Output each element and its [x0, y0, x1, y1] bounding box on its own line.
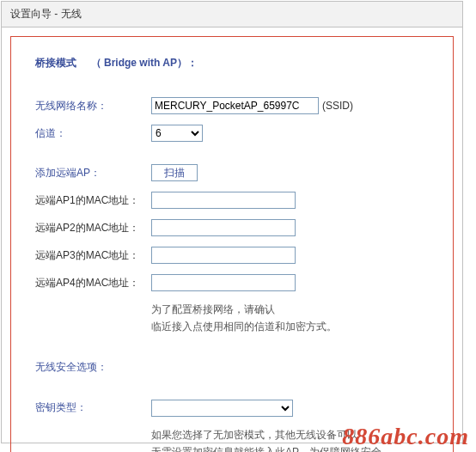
mac4-label: 远端AP4的MAC地址： — [35, 276, 151, 290]
mac3-row: 远端AP3的MAC地址： — [35, 246, 434, 265]
security-hint: 如果您选择了无加密模式，其他无线设备可以 无需设置加密信息就能接入此AP。为保障… — [151, 426, 434, 452]
ssid-suffix: (SSID) — [322, 100, 353, 112]
add-ap-row: 添加远端AP： 扫描 — [35, 163, 434, 182]
window-title: 设置向导 - 无线 — [2, 2, 462, 27]
content-panel: 桥接模式 （ Bridge with AP）： 无线网络名称： (SSID) 信… — [10, 36, 454, 452]
channel-select[interactable]: 6 — [151, 125, 203, 142]
mac4-row: 远端AP4的MAC地址： — [35, 273, 434, 292]
mac2-input[interactable] — [151, 219, 296, 236]
mac3-label: 远端AP3的MAC地址： — [35, 248, 151, 263]
mac3-input[interactable] — [151, 247, 296, 264]
mac1-label: 远端AP1的MAC地址： — [35, 193, 151, 208]
ssid-label: 无线网络名称： — [35, 99, 151, 113]
bridge-hint-line2: 临近接入点使用相同的信道和加密方式。 — [151, 318, 434, 335]
mac1-row: 远端AP1的MAC地址： — [35, 191, 434, 210]
mac4-input[interactable] — [151, 274, 296, 291]
ssid-row: 无线网络名称： (SSID) — [35, 96, 434, 115]
key-type-label: 密钥类型： — [35, 400, 151, 415]
key-type-row: 密钥类型： — [35, 399, 434, 418]
bridge-hint: 为了配置桥接网络，请确认 临近接入点使用相同的信道和加密方式。 — [151, 301, 434, 336]
mac2-label: 远端AP2的MAC地址： — [35, 221, 151, 235]
key-type-select[interactable] — [151, 400, 293, 417]
security-hint-line2: 无需设置加密信息就能接入此AP。为保障网络安全， — [151, 443, 434, 452]
bridge-mode-label: 桥接模式 — [35, 57, 76, 69]
add-ap-label: 添加远端AP： — [35, 166, 151, 180]
security-hint-line1: 如果您选择了无加密模式，其他无线设备可以 — [151, 426, 434, 443]
channel-row: 信道： 6 — [35, 124, 434, 143]
scan-button[interactable]: 扫描 — [151, 164, 198, 181]
window-frame: 设置向导 - 无线 桥接模式 （ Bridge with AP）： 无线网络名称… — [1, 1, 463, 443]
bridge-mode-english: （ Bridge with AP）： — [91, 57, 198, 69]
security-title: 无线安全选项： — [35, 360, 434, 375]
mac2-row: 远端AP2的MAC地址： — [35, 218, 434, 237]
channel-label: 信道： — [35, 126, 151, 141]
mac1-input[interactable] — [151, 192, 296, 209]
bridge-mode-row: 桥接模式 （ Bridge with AP）： — [35, 56, 434, 70]
ssid-input[interactable] — [151, 97, 319, 114]
bridge-hint-line1: 为了配置桥接网络，请确认 — [151, 301, 434, 318]
